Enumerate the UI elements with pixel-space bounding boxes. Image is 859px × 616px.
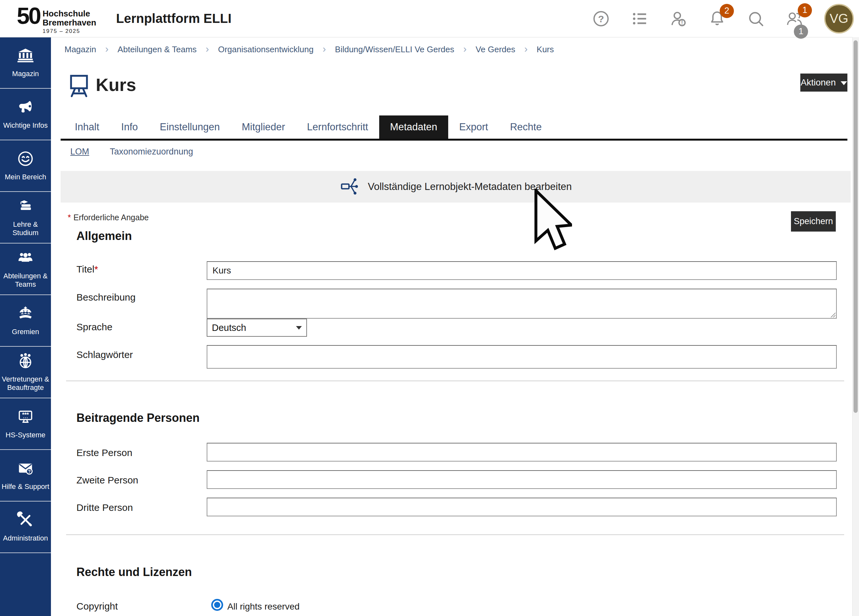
copyright-radio[interactable] [211,599,223,611]
breadcrumb-item[interactable]: Ve Gerdes [476,44,515,55]
monitor-password-icon: *** [17,408,34,431]
sidebar-item-label: Vertretungen & Beauftragte [1,375,50,392]
people-group-icon [17,249,34,272]
copyright-option-label: All rights reserved [227,602,300,612]
tab-einstellungen[interactable]: Einstellungen [149,116,231,139]
breadcrumb-item[interactable]: Abteilungen & Teams [118,44,197,55]
logo-years: 1975 – 2025 [42,28,96,34]
section-divider [66,535,844,535]
sidebar-item-label: Administration [3,534,48,543]
globe-people-icon [17,352,34,375]
user-avatar[interactable]: VG [824,4,854,34]
committee-hand-icon [17,305,34,328]
breadcrumb-item[interactable]: Organisationsentwicklung [218,44,314,55]
breadcrumb-item[interactable]: Bildung/Wissen/ELLI Ve Gerdes [335,44,454,55]
university-logo[interactable]: 50 Hochschule Bremerhaven 1975 – 2025 [17,2,96,34]
zweite-person-input[interactable] [207,470,837,489]
beschreibung-label: Beschreibung [77,292,136,303]
tab-metadaten[interactable]: Metadaten [379,116,448,139]
sprache-selected-value: Deutsch [212,322,246,333]
breadcrumb-item[interactable]: Magazin [64,44,96,55]
sidebar-item-label: HS-Systeme [5,431,45,439]
sidebar-item-mein-bereich[interactable]: Mein Bereich [0,140,51,192]
sidebar-item-administration[interactable]: Administration [0,502,51,553]
tab-info[interactable]: Info [110,116,149,139]
sidebar-item-label: Magazin [12,70,39,78]
sidebar-item-label: Hilfe & Support [2,483,49,491]
contacts-icon[interactable]: 1 1 [786,10,804,28]
save-button[interactable]: Speichern [791,211,836,231]
sidebar-item-label: Mein Bereich [5,173,46,181]
main-content: Magazin › Abteilungen & Teams › Organisa… [51,37,853,616]
logo-50: 50 [17,2,40,30]
breadcrumb-separator: › [524,43,528,55]
subtab-taxonomiezuordnung[interactable]: Taxonomiezuordnung [110,147,193,157]
breadcrumb-separator: › [206,43,209,55]
svg-text:?: ? [28,469,31,474]
actions-button[interactable]: Aktionen [800,73,847,92]
app-title: Lernplattform ELLI [116,11,231,26]
user-alert-icon[interactable]: ! [669,10,687,28]
logo-line2: Bremerhaven [42,18,96,27]
schlagwoerter-input[interactable] [207,345,837,369]
sidebar-item-label: Wichtige Infos [3,121,48,130]
tab-lernfortschritt[interactable]: Lernfortschritt [296,116,379,139]
top-header: 50 Hochschule Bremerhaven 1975 – 2025 Le… [0,0,859,38]
search-icon[interactable] [747,10,765,28]
beschreibung-textarea-wrap [207,289,837,319]
beschreibung-textarea[interactable] [207,289,837,319]
logo-line1: Hochschule [42,9,96,18]
sprache-select[interactable]: Deutsch [207,319,307,337]
sidebar-item-lehre-studium[interactable]: Lehre & Studium [0,192,51,244]
schlagwoerter-label: Schlagwörter [77,349,133,360]
sidebar-item-abteilungen-teams[interactable]: Abteilungen & Teams [0,244,51,295]
scrollbar-track[interactable] [852,37,859,616]
smiley-icon [17,150,34,173]
notifications-bell-icon[interactable]: 2 [708,10,726,28]
megaphone-icon [17,98,34,121]
bank-icon [17,47,34,70]
bell-badge: 2 [720,4,734,18]
titel-required-star: * [94,264,98,274]
tab-rechte[interactable]: Rechte [499,116,553,139]
contacts-badge-top: 1 [798,3,812,17]
sidebar-item-gremien[interactable]: Gremien [0,295,51,347]
subtab-lom[interactable]: LOM [70,147,89,157]
erste-person-input[interactable] [207,443,837,461]
breadcrumb-item[interactable]: Kurs [537,44,554,55]
section-allgemein: Allgemein [77,229,132,243]
sprache-label: Sprache [77,322,112,333]
help-icon[interactable]: ? [592,10,610,28]
tools-icon [17,511,34,534]
chevron-down-icon [296,326,302,330]
tab-export[interactable]: Export [448,116,499,139]
edit-full-metadata-banner[interactable]: Vollständige Lernobjekt-Metadaten bearbe… [61,171,851,203]
dritte-person-input[interactable] [207,498,837,516]
main-sidebar: Magazin Wichtige Infos Mein Bereich Lehr… [0,37,51,616]
sidebar-item-hs-systeme[interactable]: *** HS-Systeme [0,398,51,450]
sidebar-item-label: Lehre & Studium [1,220,50,238]
chevron-down-icon [840,81,847,85]
sidebar-item-hilfe-support[interactable]: ? Hilfe & Support [0,450,51,502]
breadcrumb: Magazin › Abteilungen & Teams › Organisa… [64,44,554,55]
required-star: * [68,213,71,222]
sidebar-item-vertretungen[interactable]: Vertretungen & Beauftragte [0,347,51,398]
section-rechte: Rechte und Lizenzen [77,565,192,579]
tab-mitglieder[interactable]: Mitglieder [231,116,296,139]
required-hint: *Erforderliche Angabe [68,213,148,222]
copyright-label: Copyright [77,601,118,612]
sidebar-item-magazin[interactable]: Magazin [0,37,51,89]
page-title: Kurs [96,75,136,95]
sidebar-item-wichtige-infos[interactable]: Wichtige Infos [0,89,51,140]
svg-text:?: ? [598,13,604,24]
titel-input[interactable] [207,261,837,280]
breadcrumb-separator: › [322,43,326,55]
svg-text:***: *** [22,411,29,418]
course-easel-icon [66,71,92,101]
list-icon[interactable] [631,10,649,28]
scrollbar-thumb[interactable] [854,40,858,413]
mail-question-icon: ? [17,460,34,483]
metadata-hub-icon [339,176,359,197]
tab-inhalt[interactable]: Inhalt [64,116,110,139]
tab-bar: Inhalt Info Einstellungen Mitglieder Ler… [64,116,553,139]
